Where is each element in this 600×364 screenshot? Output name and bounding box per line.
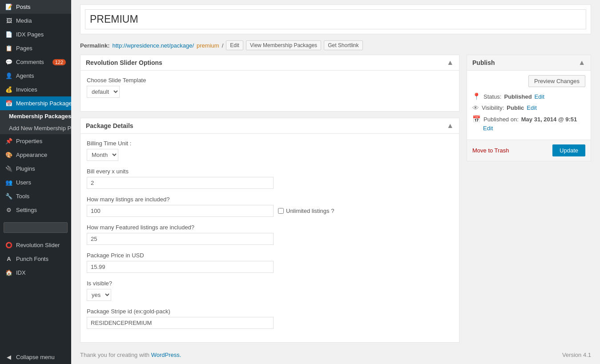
visible-label: Is visible? — [87, 280, 453, 287]
sidebar-item-plugins[interactable]: 🔌 Plugins — [0, 162, 71, 176]
choose-template-label: Choose Slide Template — [87, 77, 453, 84]
sidebar-item-agents[interactable]: 👤 Agents — [0, 69, 71, 83]
sidebar-item-tools[interactable]: 🔧 Tools — [0, 189, 71, 203]
publish-footer: Move to Trash Update — [467, 140, 591, 161]
settings-icon: ⚙ — [5, 207, 12, 213]
content-layout: Revolution Slider Options ▲ Choose Slide… — [80, 55, 591, 343]
move-to-trash-button[interactable]: Move to Trash — [472, 147, 509, 154]
permalink-slash: / — [222, 42, 224, 49]
status-edit-link[interactable]: Edit — [535, 93, 544, 100]
published-edit-link[interactable]: Edit — [483, 125, 493, 132]
stripe-id-label: Package Stripe id (ex:gold-pack) — [87, 308, 453, 315]
sidebar-item-punch-fonts[interactable]: A Punch Fonts — [0, 252, 71, 266]
publish-header[interactable]: Publish ▲ — [467, 55, 591, 71]
wordpress-link[interactable]: WordPress. — [151, 352, 181, 358]
visibility-icon: 👁 — [472, 104, 479, 112]
published-value: May 31, 2014 @ 9:51 — [521, 116, 577, 123]
sidebar-item-appearance[interactable]: 🎨 Appearance — [0, 148, 71, 162]
bill-every-group: Bill every x units — [87, 168, 453, 189]
comments-badge: 122 — [52, 59, 66, 65]
sidebar-item-posts[interactable]: 📝 Posts — [0, 0, 71, 14]
published-label: Published on: — [483, 116, 519, 123]
plugins-icon: 🔌 — [5, 165, 12, 172]
featured-listings-label: How many Featured listings are included? — [87, 224, 453, 231]
revolution-slider-body: Choose Slide Template default — [81, 71, 459, 111]
listings-input[interactable] — [87, 205, 274, 217]
get-shortlink-button[interactable]: Get Shortlink — [324, 40, 362, 50]
sidebar-item-comments[interactable]: 💬 Comments 122 — [0, 55, 71, 69]
listings-inline: Unlimited listings ? — [87, 205, 453, 217]
membership-submenu: Membership Packages Add New Membership P… — [0, 110, 71, 134]
date-icon: 📅 — [472, 115, 481, 123]
publish-collapse-arrow: ▲ — [578, 59, 585, 67]
permalink-slug[interactable]: premium — [197, 42, 219, 49]
package-details-body: Billing Time Unit : Month Year Week Day … — [81, 134, 459, 342]
sidebar-item-settings[interactable]: ⚙ Settings — [0, 203, 71, 217]
stripe-id-input[interactable] — [87, 317, 274, 329]
listings-label: How many listings are included? — [87, 196, 453, 203]
footer-text: Thank you for creating with WordPress. — [80, 352, 181, 358]
revolution-slider-metabox: Revolution Slider Options ▲ Choose Slide… — [80, 55, 459, 112]
stripe-id-group: Package Stripe id (ex:gold-pack) — [87, 308, 453, 329]
sidebar-item-media[interactable]: 🖼 Media — [0, 14, 71, 28]
package-details-title: Package Details — [86, 122, 133, 129]
visibility-value: Public — [507, 104, 524, 111]
bill-every-input[interactable] — [87, 177, 274, 189]
sidebar-item-users[interactable]: 👥 Users — [0, 176, 71, 189]
visibility-edit-link[interactable]: Edit — [527, 104, 536, 111]
footer-version: Version 4.1 — [562, 352, 591, 358]
bill-every-label: Bill every x units — [87, 168, 453, 175]
billing-time-unit-group: Billing Time Unit : Month Year Week Day — [87, 140, 453, 161]
idx-icon: 🏠 — [5, 269, 12, 276]
sidebar-item-idx[interactable]: 🏠 IDX — [0, 266, 71, 280]
package-details-metabox: Package Details ▲ Billing Time Unit : Mo… — [80, 118, 459, 343]
visible-select[interactable]: yes no — [87, 289, 111, 301]
visible-group: Is visible? yes no — [87, 280, 453, 301]
billing-time-unit-select[interactable]: Month Year Week Day — [87, 149, 118, 161]
view-membership-button[interactable]: View Membership Packages — [246, 40, 321, 50]
revolution-slider-collapse-arrow: ▲ — [447, 59, 454, 67]
sidebar-item-properties[interactable]: 📌 Properties — [0, 134, 71, 148]
featured-listings-input[interactable] — [87, 233, 274, 245]
sidebar-item-add-membership[interactable]: Add New Membership Package — [0, 122, 71, 134]
sidebar: 📝 Posts 🖼 Media 📄 IDX Pages 📋 Pages 💬 Co… — [0, 0, 71, 364]
revolution-slider-header[interactable]: Revolution Slider Options ▲ — [81, 55, 459, 71]
visibility-label: Visibility: — [482, 104, 504, 111]
permalink-label: Permalink: — [80, 42, 109, 49]
publish-metabox: Publish ▲ Preview Changes 📍 Status: Publ… — [467, 55, 591, 161]
revolution-slider-title: Revolution Slider Options — [86, 59, 162, 66]
sidebar-item-idx-pages[interactable]: 📄 IDX Pages — [0, 28, 71, 41]
properties-icon: 📌 — [5, 138, 12, 144]
publish-title: Publish — [472, 59, 495, 66]
billing-time-unit-label: Billing Time Unit : — [87, 140, 453, 147]
unlimited-listings-checkbox[interactable] — [278, 208, 284, 214]
choose-template-select[interactable]: default — [87, 86, 120, 98]
publish-actions-top: Preview Changes — [472, 75, 585, 87]
page-footer: Thank you for creating with WordPress. V… — [80, 352, 591, 358]
membership-icon: 📅 — [5, 100, 12, 107]
update-button[interactable]: Update — [552, 144, 585, 156]
sidebar-item-membership-packages[interactable]: 📅 Membership Packages — [0, 96, 71, 110]
permalink-base[interactable]: http://wpresidence.net/package/ — [112, 42, 194, 49]
package-details-header[interactable]: Package Details ▲ — [81, 118, 459, 134]
revolution-slider-icon: ⭕ — [5, 242, 12, 248]
sidebar-search-input[interactable] — [4, 222, 68, 233]
sidebar-item-invoices[interactable]: 💰 Invoices — [0, 83, 71, 96]
sidebar-item-collapse[interactable]: ◀ Collapse menu — [0, 350, 71, 364]
listings-group: How many listings are included? Unlimite… — [87, 196, 453, 217]
edit-permalink-button[interactable]: Edit — [226, 40, 243, 50]
punch-fonts-icon: A — [5, 256, 12, 262]
post-title-input[interactable] — [85, 9, 586, 29]
sidebar-item-revolution-slider[interactable]: ⭕ Revolution Slider — [0, 238, 71, 252]
main-content: Permalink: http://wpresidence.net/packag… — [71, 0, 600, 364]
sidebar-item-membership-list[interactable]: Membership Packages — [0, 110, 71, 122]
preview-changes-button[interactable]: Preview Changes — [528, 75, 585, 87]
unlimited-listings-label: Unlimited listings ? — [278, 208, 334, 214]
status-icon: 📍 — [472, 92, 481, 100]
media-icon: 🖼 — [5, 17, 12, 24]
status-value: Published — [504, 93, 532, 100]
comments-icon: 💬 — [5, 59, 12, 65]
price-input[interactable] — [87, 261, 274, 273]
invoices-icon: 💰 — [5, 86, 12, 93]
sidebar-item-pages[interactable]: 📋 Pages — [0, 41, 71, 55]
